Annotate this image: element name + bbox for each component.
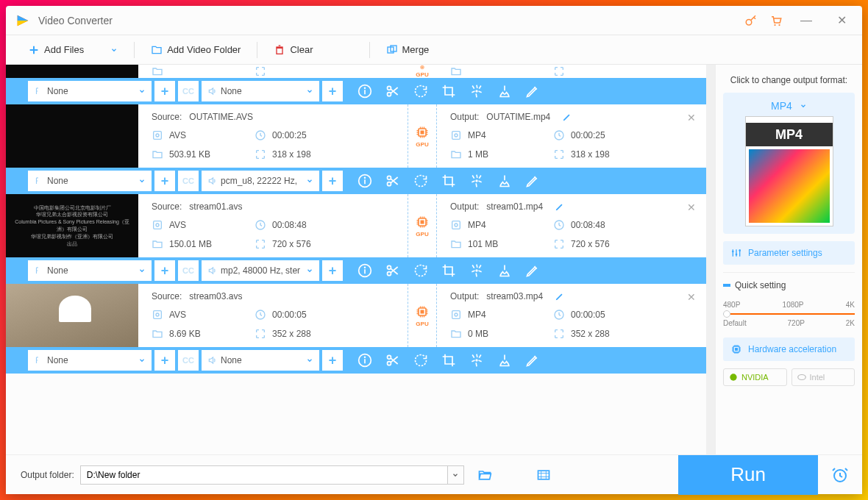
edit-icon[interactable] bbox=[525, 263, 540, 278]
edit-icon[interactable] bbox=[525, 353, 540, 368]
sidebar: Click to change output format: MP4 MP4 P… bbox=[715, 65, 862, 454]
chip-icon bbox=[415, 304, 430, 319]
merge-button[interactable]: Merge bbox=[379, 40, 437, 60]
info-icon[interactable] bbox=[357, 174, 372, 188]
clock-icon bbox=[255, 219, 266, 231]
video-thumbnail[interactable]: 中国电影集团公司北京电影制片厂 华谊兄弟太合影视投资有限公司 Columbia … bbox=[6, 194, 138, 257]
info-icon[interactable] bbox=[357, 263, 372, 278]
file-item: Source: stream03.avs AVS 00:00:05 8.69 K… bbox=[6, 284, 706, 374]
nvidia-badge[interactable]: NVIDIA bbox=[723, 368, 787, 386]
browse-folder-icon[interactable] bbox=[477, 468, 492, 482]
info-icon[interactable] bbox=[357, 353, 372, 368]
rotate-icon[interactable] bbox=[413, 174, 428, 188]
watermark-icon[interactable] bbox=[497, 174, 512, 188]
video-thumbnail[interactable] bbox=[6, 104, 138, 168]
add-folder-button[interactable]: Add Video Folder bbox=[143, 40, 248, 60]
remove-item-button[interactable]: ✕ bbox=[687, 291, 696, 303]
crop-icon[interactable] bbox=[441, 84, 456, 99]
crop-icon[interactable] bbox=[441, 263, 456, 278]
subtitle-dropdown[interactable]: None bbox=[28, 350, 152, 371]
rotate-icon[interactable] bbox=[413, 353, 428, 368]
output-info: ✕ Output: stream01.mp4 MP4 00:08:48 101 … bbox=[437, 194, 706, 257]
subtitle-dropdown[interactable]: None bbox=[28, 81, 152, 101]
add-files-button[interactable]: Add Files bbox=[21, 40, 125, 60]
watermark-icon[interactable] bbox=[497, 353, 512, 368]
source-filename: stream03.avs bbox=[189, 291, 242, 301]
source-info: Source: stream01.avs AVS 00:08:48 150.01… bbox=[138, 194, 408, 257]
scissors-icon[interactable] bbox=[385, 84, 400, 99]
output-format-card[interactable]: MP4 MP4 bbox=[723, 93, 855, 234]
chip-icon bbox=[730, 343, 742, 355]
watermark-icon[interactable] bbox=[497, 263, 512, 278]
chevron-down-icon bbox=[306, 357, 313, 364]
add-subtitle-button[interactable]: + bbox=[154, 171, 175, 191]
crop-icon[interactable] bbox=[441, 353, 456, 368]
hardware-accel-button[interactable]: Hardware acceleration bbox=[723, 338, 855, 361]
filmstrip-icon[interactable] bbox=[536, 468, 551, 482]
vertical-scrollbar[interactable] bbox=[706, 65, 715, 454]
audio-dropdown[interactable]: mp2, 48000 Hz, ster bbox=[202, 260, 319, 281]
subtitle-dropdown[interactable]: None bbox=[28, 171, 152, 191]
subtitle-dropdown[interactable]: None bbox=[28, 260, 152, 281]
add-subtitle-button[interactable]: + bbox=[154, 81, 175, 101]
remove-item-button[interactable]: ✕ bbox=[687, 112, 696, 124]
quality-slider[interactable]: 480P 1080P 4K Default 720P 2K bbox=[723, 301, 855, 327]
rotate-icon[interactable] bbox=[413, 263, 428, 278]
chip-icon bbox=[415, 65, 430, 70]
chevron-down-icon bbox=[138, 88, 146, 95]
audio-dropdown[interactable]: None bbox=[202, 81, 319, 101]
clear-button[interactable]: Clear bbox=[266, 40, 320, 60]
pencil-icon[interactable] bbox=[555, 201, 565, 212]
cart-icon[interactable] bbox=[769, 14, 783, 27]
item-details: Source: OUTATIME.AVS AVS 00:00:25 503.91… bbox=[6, 104, 706, 168]
add-audio-button[interactable]: + bbox=[322, 81, 343, 101]
add-audio-button[interactable]: + bbox=[322, 171, 343, 191]
output-info: ✕ Output: OUTATIME.mp4 MP4 00:00:25 1 MB… bbox=[437, 104, 706, 168]
cc-button[interactable]: CC bbox=[178, 171, 199, 191]
merge-icon bbox=[386, 44, 398, 56]
cc-button[interactable]: CC bbox=[178, 260, 199, 281]
pencil-icon[interactable] bbox=[562, 112, 572, 122]
video-thumbnail[interactable] bbox=[6, 284, 138, 347]
parameter-settings-button[interactable]: Parameter settings bbox=[723, 241, 855, 265]
effects-icon[interactable] bbox=[469, 84, 484, 99]
output-folder-dropdown[interactable] bbox=[448, 465, 464, 485]
clock-icon bbox=[255, 309, 266, 321]
key-icon[interactable] bbox=[744, 14, 758, 27]
run-button[interactable]: Run bbox=[678, 455, 818, 495]
format-icon bbox=[152, 129, 163, 141]
cc-button[interactable]: CC bbox=[178, 81, 199, 101]
effects-icon[interactable] bbox=[469, 353, 484, 368]
edit-icon[interactable] bbox=[525, 174, 540, 188]
intel-badge[interactable]: Intel bbox=[791, 368, 855, 386]
output-folder-input[interactable] bbox=[80, 465, 448, 485]
output-filename: stream03.mp4 bbox=[486, 291, 543, 301]
close-button[interactable]: ✕ bbox=[830, 9, 853, 32]
chevron-down-icon bbox=[138, 267, 146, 274]
watermark-icon[interactable] bbox=[497, 84, 512, 99]
scissors-icon[interactable] bbox=[385, 353, 400, 368]
add-subtitle-button[interactable]: + bbox=[154, 350, 175, 371]
cc-button[interactable]: CC bbox=[178, 350, 199, 371]
audio-dropdown[interactable]: None bbox=[202, 350, 319, 371]
file-item: Source: OUTATIME.AVS AVS 00:00:25 503.91… bbox=[6, 104, 706, 194]
add-audio-button[interactable]: + bbox=[322, 350, 343, 371]
audio-dropdown[interactable]: pcm_u8, 22222 Hz, bbox=[202, 171, 319, 191]
alarm-button[interactable] bbox=[818, 455, 862, 495]
chevron-down-icon[interactable] bbox=[110, 46, 118, 54]
rotate-icon[interactable] bbox=[413, 84, 428, 99]
crop-icon[interactable] bbox=[441, 174, 456, 188]
file-item: 中国电影集团公司北京电影制片厂 华谊兄弟太合影视投资有限公司 Columbia … bbox=[6, 194, 706, 284]
folder-icon bbox=[151, 44, 163, 56]
pencil-icon[interactable] bbox=[555, 291, 565, 301]
info-icon[interactable] bbox=[357, 84, 372, 99]
add-audio-button[interactable]: + bbox=[322, 260, 343, 281]
minimize-button[interactable]: — bbox=[794, 9, 818, 32]
scissors-icon[interactable] bbox=[385, 174, 400, 188]
remove-item-button[interactable]: ✕ bbox=[687, 201, 696, 213]
scissors-icon[interactable] bbox=[385, 263, 400, 278]
edit-icon[interactable] bbox=[525, 84, 540, 99]
effects-icon[interactable] bbox=[469, 174, 484, 188]
effects-icon[interactable] bbox=[469, 263, 484, 278]
add-subtitle-button[interactable]: + bbox=[154, 260, 175, 281]
